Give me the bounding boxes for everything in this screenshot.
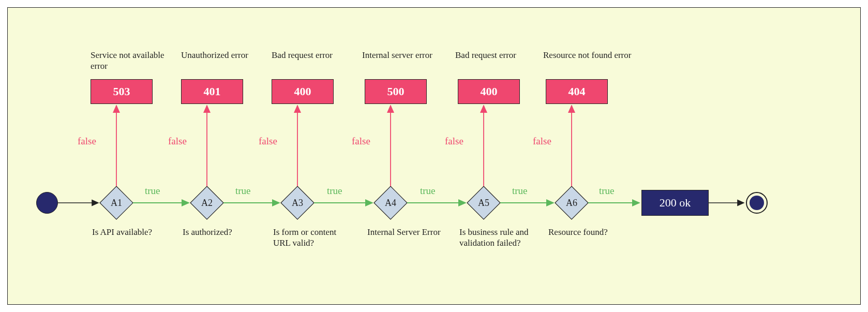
success-label: 200 ok [660,196,691,210]
node-question-A4: Internal Server Error [367,227,455,237]
error-label-500: Internal server error [362,50,445,61]
error-code: 404 [568,85,586,98]
diagram-canvas: A1 A2 A3 A4 A5 A6 [0,0,868,312]
error-label-404: Resource not found error [543,50,647,61]
error-code: 400 [294,85,311,98]
error-box-400a: 400 [272,79,334,104]
decision-A3: A3 [281,186,314,219]
error-box-500: 500 [365,79,427,104]
decision-A6: A6 [555,186,588,219]
error-label-401: Unauthorized error [181,50,264,61]
error-code: 503 [113,85,130,98]
error-box-400b: 400 [458,79,520,104]
error-box-503: 503 [91,79,153,104]
decision-A1: A1 [100,186,133,219]
start-node [36,192,58,214]
decision-A1-label: A1 [111,198,122,208]
error-label-400a: Bad request error [272,50,354,61]
error-label-400b: Bad request error [455,50,538,61]
decision-A5: A5 [467,186,500,219]
error-code: 400 [481,85,498,98]
diagram-svg: A1 A2 A3 A4 A5 A6 [0,0,868,312]
error-code: 500 [387,85,405,98]
decision-A2-label: A2 [201,198,213,208]
error-label-503: Service not available error [91,50,173,72]
decision-A4-label: A4 [385,198,396,208]
end-node [746,192,768,214]
error-code: 401 [204,85,221,98]
node-question-A5: Is business rule and validation failed? [459,227,542,249]
decision-A2: A2 [190,186,223,219]
node-question-A2: Is authorized? [183,227,271,237]
decision-A3-label: A3 [292,198,303,208]
decision-A6-label: A6 [566,198,577,208]
node-question-A3: Is form or content URL valid? [273,227,351,249]
success-box: 200 ok [641,190,709,216]
node-question-A6: Resource found? [548,227,636,237]
node-question-A1: Is API available? [92,227,180,237]
error-box-401: 401 [181,79,243,104]
decision-A4: A4 [374,186,407,219]
decision-A5-label: A5 [478,198,489,208]
error-box-404: 404 [546,79,608,104]
